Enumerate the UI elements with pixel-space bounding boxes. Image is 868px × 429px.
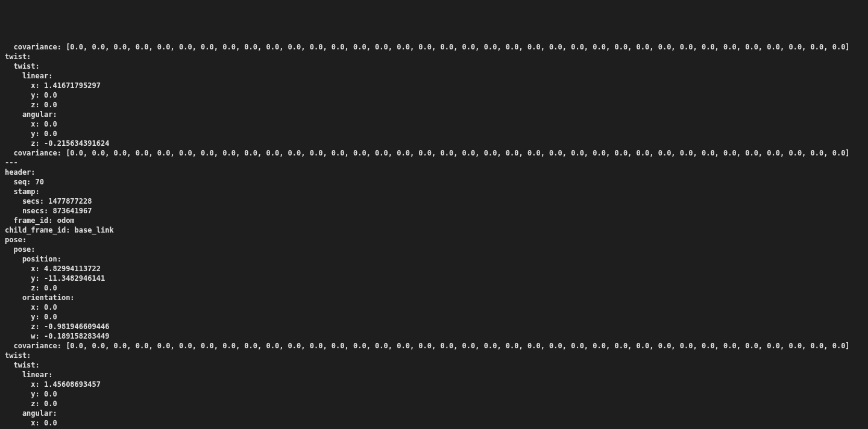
- terminal-output[interactable]: covariance: [0.0, 0.0, 0.0, 0.0, 0.0, 0.…: [5, 42, 863, 429]
- linear-z: z: 0.0: [5, 100, 863, 110]
- frame-id: frame_id: odom: [5, 216, 863, 225]
- nsecs: nsecs: 873641967: [5, 206, 863, 216]
- angular-x: x: 0.0: [5, 418, 863, 428]
- twist-inner-label: twist:: [5, 61, 863, 71]
- orientation-x: x: 0.0: [5, 302, 863, 312]
- position-z: z: 0.0: [5, 283, 863, 293]
- position-label: position:: [5, 254, 863, 264]
- position-x: x: 4.82994113722: [5, 264, 863, 274]
- header-label: header:: [5, 168, 863, 177]
- linear-z: z: 0.0: [5, 399, 863, 409]
- linear-y: y: 0.0: [5, 389, 863, 399]
- pose-outer-label: pose:: [5, 235, 863, 245]
- orientation-w: w: -0.189158283449: [5, 331, 863, 341]
- angular-y: y: 0.0: [5, 129, 863, 139]
- position-y: y: -11.3482946141: [5, 274, 863, 283]
- covariance-line: covariance: [0.0, 0.0, 0.0, 0.0, 0.0, 0.…: [5, 42, 863, 52]
- twist-outer-label: twist:: [5, 351, 863, 360]
- angular-label: angular:: [5, 409, 863, 418]
- angular-label: angular:: [5, 110, 863, 119]
- orientation-label: orientation:: [5, 293, 863, 302]
- twist-inner-label: twist:: [5, 360, 863, 370]
- pose-inner-label: pose:: [5, 245, 863, 254]
- child-frame-id: child_frame_id: base_link: [5, 225, 863, 235]
- angular-z: z: -0.215634391624: [5, 139, 863, 148]
- linear-label: linear:: [5, 370, 863, 380]
- separator: ---: [5, 158, 863, 168]
- secs: secs: 1477877228: [5, 196, 863, 206]
- seq: seq: 70: [5, 177, 863, 187]
- angular-x: x: 0.0: [5, 119, 863, 129]
- linear-x: x: 1.45608693457: [5, 380, 863, 389]
- pose-covariance-line: covariance: [0.0, 0.0, 0.0, 0.0, 0.0, 0.…: [5, 341, 863, 351]
- stamp-label: stamp:: [5, 187, 863, 196]
- linear-y: y: 0.0: [5, 90, 863, 100]
- linear-label: linear:: [5, 71, 863, 81]
- twist-covariance-line: covariance: [0.0, 0.0, 0.0, 0.0, 0.0, 0.…: [5, 148, 863, 158]
- orientation-z: z: -0.981946609446: [5, 322, 863, 331]
- orientation-y: y: 0.0: [5, 312, 863, 322]
- linear-x: x: 1.41671795297: [5, 81, 863, 90]
- twist-outer-label: twist:: [5, 52, 863, 61]
